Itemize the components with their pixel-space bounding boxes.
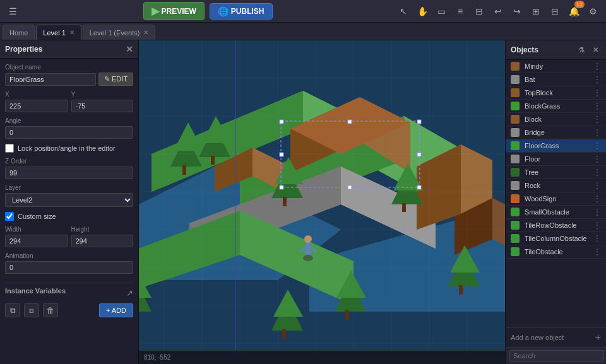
obj-item-tilerowobstacle[interactable]: TileRowObstacle⋮ xyxy=(506,219,606,232)
add-var-button[interactable]: + ADD xyxy=(99,303,133,317)
obj-menu-floor[interactable]: ⋮ xyxy=(592,155,602,163)
close-objects-icon[interactable]: ✕ xyxy=(590,44,601,56)
redo-btn[interactable]: ↪ xyxy=(509,3,525,20)
svg-rect-62 xyxy=(280,185,283,189)
tab-level1[interactable]: Level 1 ✕ xyxy=(36,25,81,40)
undo-btn[interactable]: ↩ xyxy=(490,3,506,20)
obj-menu-tileobstacle[interactable]: ⋮ xyxy=(592,247,602,256)
divider1 xyxy=(5,283,133,283)
settings-btn[interactable]: ⚙ xyxy=(585,3,601,20)
lock-label: Lock position/angle in the editor xyxy=(18,144,116,152)
obj-name-blockgrass: BlockGrass xyxy=(525,102,588,110)
cursor-tool[interactable]: ↖ xyxy=(395,3,412,20)
obj-menu-bat[interactable]: ⋮ xyxy=(592,75,602,84)
resize-tool[interactable]: ⊟ xyxy=(471,3,487,20)
tab-level1-close[interactable]: ✕ xyxy=(69,29,74,36)
obj-item-topblock[interactable]: TopBlock⋮ xyxy=(506,86,606,100)
play-icon: ▶ xyxy=(152,5,159,17)
obj-menu-smallobstacle[interactable]: ⋮ xyxy=(592,208,602,216)
svg-rect-59 xyxy=(417,120,421,124)
object-name-input[interactable] xyxy=(5,73,96,86)
obj-icon-floor xyxy=(509,155,521,163)
obj-item-mindy[interactable]: Mindy⋮ xyxy=(506,60,606,73)
main-content: Properties ✕ Object name ✎ EDIT X Y xyxy=(0,40,606,364)
lock-checkbox[interactable] xyxy=(5,144,14,153)
obj-item-floorgrass[interactable]: FloorGrass⋮ xyxy=(506,139,606,153)
properties-header: Properties ✕ xyxy=(0,40,138,59)
tab-level1-events-close[interactable]: ✕ xyxy=(143,29,148,36)
list-tool[interactable]: ≡ xyxy=(452,3,468,20)
width-label: Width xyxy=(5,226,68,233)
edit-button[interactable]: ✎ EDIT xyxy=(98,73,133,86)
obj-item-bridge[interactable]: Bridge⋮ xyxy=(506,126,606,139)
y-input[interactable] xyxy=(71,100,134,112)
filter-icon[interactable]: ⚗ xyxy=(576,44,587,56)
obj-menu-bridge[interactable]: ⋮ xyxy=(592,128,602,137)
copy-var-btn[interactable]: ⧉ xyxy=(5,303,20,317)
delete-var-btn[interactable]: 🗑 xyxy=(43,303,58,317)
snap-grid[interactable]: ⊟ xyxy=(547,3,563,20)
svg-rect-29 xyxy=(182,165,186,175)
z-order-input[interactable] xyxy=(5,167,133,179)
x-field: X xyxy=(5,91,68,112)
layer-label: Layer xyxy=(5,184,133,191)
open-external-icon[interactable]: ↗ xyxy=(126,288,133,298)
instance-vars-controls: ⧉ ⧈ 🗑 + ADD xyxy=(5,303,133,317)
tab-level1-events-label: Level 1 (Events) xyxy=(90,29,140,37)
obj-menu-tilerowobstacle[interactable]: ⋮ xyxy=(592,221,602,230)
obj-menu-blockgrass[interactable]: ⋮ xyxy=(592,102,602,110)
tab-level1-events[interactable]: Level 1 (Events) ✕ xyxy=(83,25,155,40)
search-input[interactable] xyxy=(509,350,604,361)
select-tool[interactable]: ▭ xyxy=(433,3,449,20)
properties-close[interactable]: ✕ xyxy=(126,44,133,54)
height-input[interactable] xyxy=(71,235,134,247)
paste-var-btn[interactable]: ⧈ xyxy=(24,303,39,317)
obj-item-tilecolumnobstacle[interactable]: TileColumnObstacle⋮ xyxy=(506,232,606,245)
publish-button[interactable]: 🌐 PUBLISH xyxy=(210,3,273,20)
animation-input[interactable] xyxy=(5,261,133,274)
width-input[interactable] xyxy=(5,235,68,247)
angle-input[interactable] xyxy=(5,126,133,139)
tab-home-label: Home xyxy=(9,29,28,37)
obj-item-bat[interactable]: Bat⋮ xyxy=(506,73,606,86)
obj-icon-block xyxy=(509,88,521,97)
obj-menu-rock[interactable]: ⋮ xyxy=(592,181,602,190)
hand-tool[interactable]: ✋ xyxy=(414,3,431,20)
obj-name-mindy: Mindy xyxy=(525,62,588,70)
tab-home[interactable]: Home xyxy=(3,25,35,40)
x-input[interactable] xyxy=(5,100,68,112)
notification-btn[interactable]: 🔔 11 xyxy=(566,3,582,20)
obj-menu-floorgrass[interactable]: ⋮ xyxy=(592,141,602,150)
obj-icon-character xyxy=(509,75,521,84)
obj-item-block[interactable]: Block⋮ xyxy=(506,113,606,126)
obj-item-rock[interactable]: Rock⋮ xyxy=(506,179,606,192)
obj-menu-tilecolumnobstacle[interactable]: ⋮ xyxy=(592,234,602,243)
menu-icon[interactable]: ☰ xyxy=(5,4,20,19)
obj-item-tree[interactable]: Tree⋮ xyxy=(506,166,606,179)
grid-toggle[interactable]: ⊞ xyxy=(528,3,544,20)
obj-item-smallobstacle[interactable]: SmallObstacle⋮ xyxy=(506,206,606,219)
obj-name-tilerowobstacle: TileRowObstacle xyxy=(525,221,588,229)
obj-menu-topblock[interactable]: ⋮ xyxy=(592,88,602,97)
svg-rect-35 xyxy=(283,197,287,206)
obj-name-block: Block xyxy=(525,115,588,123)
obj-menu-tree[interactable]: ⋮ xyxy=(592,168,602,177)
obj-menu-mindy[interactable]: ⋮ xyxy=(592,62,602,71)
obj-item-floor[interactable]: Floor⋮ xyxy=(506,153,606,166)
obj-menu-woodsign[interactable]: ⋮ xyxy=(592,194,602,203)
instance-var-icons: ⧉ ⧈ 🗑 xyxy=(5,303,58,317)
preview-button[interactable]: ▶ PREVIEW xyxy=(143,2,205,20)
layer-select[interactable]: Level2 Level1 Background xyxy=(5,193,133,207)
y-field: Y xyxy=(71,91,134,112)
add-object-row[interactable]: Add a new object + xyxy=(506,327,606,347)
edit-label: ✎ EDIT xyxy=(104,75,128,83)
object-name-label: Object name xyxy=(5,64,133,71)
obj-item-tileobstacle[interactable]: TileObstacle⋮ xyxy=(506,245,606,259)
obj-name-bat: Bat xyxy=(525,76,588,83)
add-object-icon: + xyxy=(595,332,601,343)
obj-menu-block[interactable]: ⋮ xyxy=(592,115,602,124)
custom-size-checkbox[interactable] xyxy=(5,212,14,221)
obj-item-woodsign[interactable]: WoodSign⋮ xyxy=(506,192,606,206)
canvas-area[interactable]: 810, -552 xyxy=(139,40,505,364)
obj-item-blockgrass[interactable]: BlockGrass⋮ xyxy=(506,100,606,113)
